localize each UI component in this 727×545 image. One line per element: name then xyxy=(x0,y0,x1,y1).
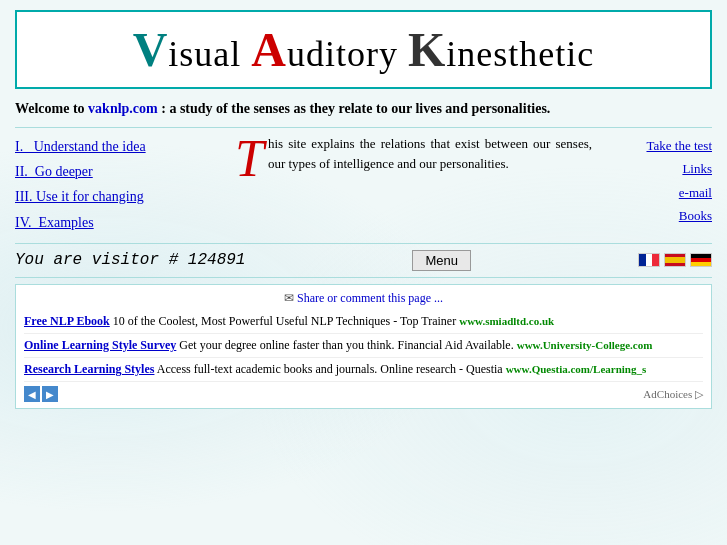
right-nav-email[interactable]: e-mail xyxy=(612,181,712,204)
ad-link-2[interactable]: Online Learning Style Survey xyxy=(24,338,176,352)
letter-v: V xyxy=(133,23,169,76)
welcome-line: Welcome to vaknlp.com : a study of the s… xyxy=(15,101,712,117)
nav-item-2[interactable]: II. Go deeper xyxy=(15,159,215,184)
left-nav: I. Understand the idea II. Go deeper III… xyxy=(15,134,215,235)
menu-button[interactable]: Menu xyxy=(412,250,471,271)
main-content: I. Understand the idea II. Go deeper III… xyxy=(15,134,712,235)
page-wrapper: Visual Auditory Kinesthetic Welcome to v… xyxy=(0,0,727,419)
ad-url-1[interactable]: www.smiadltd.co.uk xyxy=(459,315,554,327)
drop-cap: T xyxy=(235,138,264,180)
ad-link-3[interactable]: Research Learning Styles xyxy=(24,362,154,376)
flag-es[interactable] xyxy=(664,253,686,267)
ad-url-3[interactable]: www.Questia.com/Learning_s xyxy=(506,363,647,375)
flag-fr[interactable] xyxy=(638,253,660,267)
share-line: ✉ Share or comment this page ... xyxy=(24,291,703,306)
ad-desc-1: 10 of the Coolest, Most Powerful Useful … xyxy=(110,314,459,328)
visitor-text: You are visitor # 124891 xyxy=(15,251,245,269)
header-box: Visual Auditory Kinesthetic xyxy=(15,10,712,89)
flag-de[interactable] xyxy=(690,253,712,267)
divider-top xyxy=(15,127,712,128)
letter-k: K xyxy=(408,23,446,76)
ad-desc-3: Access full-text academic books and jour… xyxy=(154,362,505,376)
center-body: his site explains the relations that exi… xyxy=(268,136,592,171)
center-text-area: This site explains the relations that ex… xyxy=(215,134,612,235)
flag-icons xyxy=(638,253,712,267)
nav-item-4[interactable]: IV. Examples xyxy=(15,210,215,235)
title-prefix: isual xyxy=(168,34,251,74)
ad-desc-2: Get your degree online faster than you t… xyxy=(176,338,516,352)
ad-section: ✉ Share or comment this page ... Free NL… xyxy=(15,284,712,410)
nav-item-3[interactable]: III. Use it for changing xyxy=(15,184,215,209)
ad-item-1: Free NLP Ebook 10 of the Coolest, Most P… xyxy=(24,310,703,334)
visitor-bar: You are visitor # 124891 Menu xyxy=(15,243,712,278)
right-nav-links[interactable]: Links xyxy=(612,157,712,180)
share-icon: ✉ xyxy=(284,291,294,305)
ad-item-3: Research Learning Styles Access full-tex… xyxy=(24,358,703,382)
title-middle: uditory xyxy=(287,34,408,74)
ad-next-button[interactable]: ▶ xyxy=(42,386,58,402)
share-link[interactable]: Share or comment this page ... xyxy=(294,291,443,305)
header-title: Visual Auditory Kinesthetic xyxy=(133,34,595,74)
right-nav-test[interactable]: Take the test xyxy=(612,134,712,157)
welcome-text-after: : a study of the senses as they relate t… xyxy=(158,101,551,116)
ad-url-2[interactable]: www.University-College.com xyxy=(517,339,653,351)
welcome-text-before: Welcome to xyxy=(15,101,88,116)
ad-footer: ◀ ▶ AdChoices ▷ xyxy=(24,386,703,402)
right-nav: Take the test Links e-mail Books xyxy=(612,134,712,235)
letter-a: A xyxy=(251,23,287,76)
ad-link-1[interactable]: Free NLP Ebook xyxy=(24,314,110,328)
ad-nav: ◀ ▶ xyxy=(24,386,58,402)
ad-choices: AdChoices ▷ xyxy=(643,388,703,401)
nav-item-1[interactable]: I. Understand the idea xyxy=(15,134,215,159)
title-suffix: inesthetic xyxy=(446,34,594,74)
ad-item-2: Online Learning Style Survey Get your de… xyxy=(24,334,703,358)
vaknlp-link[interactable]: vaknlp.com xyxy=(88,101,158,116)
ad-prev-button[interactable]: ◀ xyxy=(24,386,40,402)
right-nav-books[interactable]: Books xyxy=(612,204,712,227)
